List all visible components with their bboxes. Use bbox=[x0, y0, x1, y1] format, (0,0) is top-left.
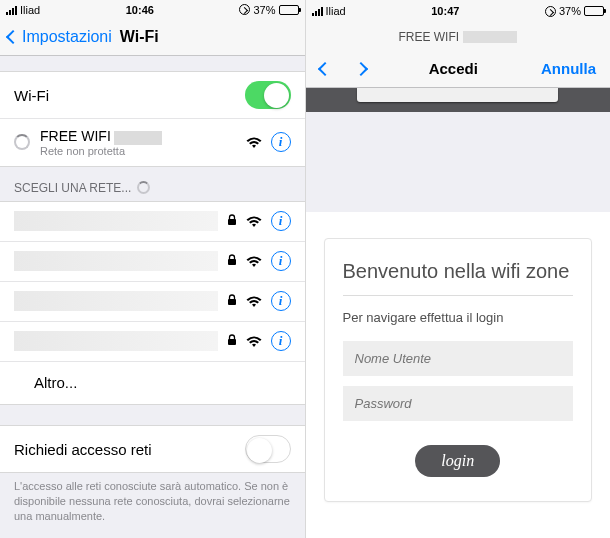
wifi-signal-icon bbox=[246, 255, 262, 267]
info-icon[interactable]: i bbox=[271, 211, 291, 231]
wifi-signal-icon bbox=[246, 136, 262, 148]
choose-network-header: SCEGLI UNA RETE... bbox=[0, 167, 305, 201]
captive-ssid: FREE WIFI bbox=[398, 30, 459, 44]
ask-join-toggle[interactable] bbox=[245, 435, 291, 463]
info-icon[interactable]: i bbox=[271, 291, 291, 311]
toolbar-title: Accedi bbox=[366, 60, 542, 77]
orientation-lock-icon bbox=[239, 4, 250, 15]
connected-ssid: FREE WIFI bbox=[40, 128, 246, 144]
info-icon[interactable]: i bbox=[271, 331, 291, 351]
ask-join-row: Richiedi accesso reti bbox=[0, 426, 305, 472]
back-label: Impostazioni bbox=[22, 28, 112, 46]
svg-rect-2 bbox=[228, 299, 236, 305]
carrier-label: Iliad bbox=[20, 4, 40, 16]
lock-icon bbox=[227, 213, 237, 229]
cancel-button[interactable]: Annulla bbox=[541, 60, 596, 77]
signal-icon bbox=[312, 6, 323, 16]
redacted-ssid bbox=[14, 251, 218, 271]
redacted-ssid bbox=[14, 211, 218, 231]
lock-icon bbox=[227, 333, 237, 349]
scanning-spinner-icon bbox=[137, 181, 150, 194]
battery-icon bbox=[279, 5, 299, 15]
back-button[interactable]: Impostazioni bbox=[8, 28, 112, 46]
wifi-toggle[interactable] bbox=[245, 81, 291, 109]
login-title: Benvenuto nella wifi zone bbox=[343, 259, 574, 296]
network-row[interactable]: i bbox=[0, 322, 305, 362]
redacted-text bbox=[463, 31, 517, 43]
clock: 10:46 bbox=[40, 4, 239, 16]
status-bar: Iliad 10:46 37% bbox=[0, 0, 305, 19]
page-title: Wi-Fi bbox=[120, 28, 159, 46]
connecting-spinner-icon bbox=[14, 134, 30, 150]
wifi-signal-icon bbox=[246, 335, 262, 347]
wifi-toggle-row: Wi-Fi bbox=[0, 72, 305, 119]
other-network-row[interactable]: Altro... bbox=[0, 362, 305, 404]
password-input[interactable] bbox=[343, 386, 574, 421]
captive-titlebar: FREE WIFI bbox=[306, 22, 611, 50]
battery-pct: 37% bbox=[253, 4, 275, 16]
lock-icon bbox=[227, 253, 237, 269]
network-row[interactable]: i bbox=[0, 242, 305, 282]
network-row[interactable]: i bbox=[0, 282, 305, 322]
redacted-ssid bbox=[14, 291, 218, 311]
ask-join-label: Richiedi accesso reti bbox=[14, 441, 245, 458]
phone-captive-portal: Iliad 10:47 37% FREE WIFI Accedi Annulla… bbox=[306, 0, 611, 538]
signal-icon bbox=[6, 5, 17, 15]
wifi-signal-icon bbox=[246, 295, 262, 307]
info-icon[interactable]: i bbox=[271, 132, 291, 152]
battery-pct: 37% bbox=[559, 5, 581, 17]
lock-icon bbox=[227, 293, 237, 309]
clock: 10:47 bbox=[346, 5, 545, 17]
network-row[interactable]: i bbox=[0, 202, 305, 242]
chevron-left-icon bbox=[6, 30, 20, 44]
battery-icon bbox=[584, 6, 604, 16]
login-card: Benvenuto nella wifi zone Per navigare e… bbox=[324, 238, 593, 502]
wifi-toggle-label: Wi-Fi bbox=[14, 87, 245, 104]
other-label: Altro... bbox=[34, 374, 291, 391]
ask-join-footer: L'accesso alle reti conosciute sarà auto… bbox=[0, 473, 305, 538]
orientation-lock-icon bbox=[545, 6, 556, 17]
navbar: Impostazioni Wi-Fi bbox=[0, 19, 305, 56]
carrier-label: Iliad bbox=[326, 5, 346, 17]
svg-rect-0 bbox=[228, 219, 236, 225]
username-input[interactable] bbox=[343, 341, 574, 376]
status-bar: Iliad 10:47 37% bbox=[306, 0, 611, 22]
connected-network-row[interactable]: FREE WIFI Rete non protetta i bbox=[0, 119, 305, 165]
nav-back-button[interactable] bbox=[317, 61, 331, 75]
wifi-signal-icon bbox=[246, 215, 262, 227]
svg-rect-3 bbox=[228, 339, 236, 345]
phone-wifi-settings: Iliad 10:46 37% Impostazioni Wi-Fi Wi-Fi… bbox=[0, 0, 306, 538]
page-banner bbox=[306, 88, 611, 112]
login-subtitle: Per navigare effettua il login bbox=[343, 310, 574, 325]
info-icon[interactable]: i bbox=[271, 251, 291, 271]
connected-subtitle: Rete non protetta bbox=[40, 145, 246, 157]
redacted-ssid bbox=[14, 331, 218, 351]
svg-rect-1 bbox=[228, 259, 236, 265]
captive-toolbar: Accedi Annulla bbox=[306, 50, 611, 88]
redacted-text bbox=[114, 131, 162, 145]
login-button[interactable]: login bbox=[415, 445, 500, 477]
